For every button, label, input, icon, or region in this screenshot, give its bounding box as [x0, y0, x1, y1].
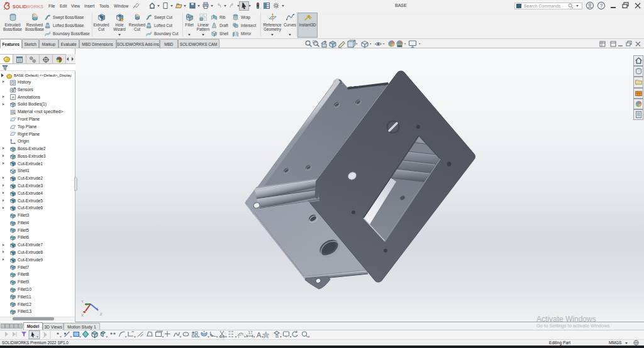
svg-text:X: X	[81, 313, 84, 317]
svg-text:17: 17	[248, 330, 253, 335]
svg-text:A: A	[257, 331, 262, 339]
svg-text:Y: Y	[81, 300, 84, 303]
svg-text:Z: Z	[100, 312, 103, 316]
